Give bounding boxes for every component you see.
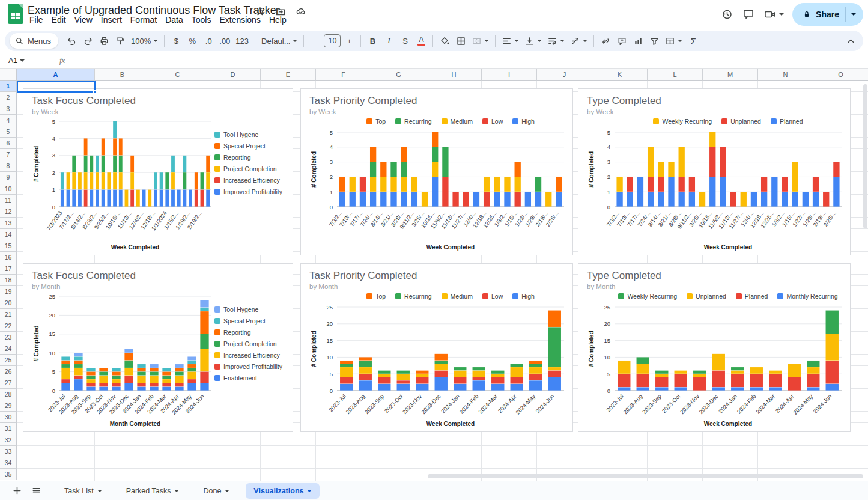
horizontal-scrollbar[interactable] (428, 474, 863, 478)
share-options-button[interactable] (846, 3, 863, 26)
functions-button[interactable]: Σ (685, 33, 701, 49)
row-header-12[interactable]: 12 (0, 206, 17, 218)
horizontal-align-button[interactable] (499, 33, 521, 49)
row-header-9[interactable]: 9 (0, 172, 17, 183)
text-rotation-button[interactable] (568, 33, 590, 49)
all-sheets-button[interactable] (28, 483, 44, 499)
meet-button[interactable] (763, 8, 784, 21)
row-header-22[interactable]: 22 (0, 320, 17, 332)
column-header-O[interactable]: O (813, 69, 868, 81)
row-header-16[interactable]: 16 (0, 252, 17, 263)
column-header-N[interactable]: N (758, 69, 813, 81)
fill-color-button[interactable] (437, 33, 452, 49)
row-header-17[interactable]: 17 (0, 263, 17, 275)
row-header-8[interactable]: 8 (0, 160, 17, 172)
column-header-B[interactable]: B (95, 69, 150, 81)
column-header-D[interactable]: D (205, 69, 261, 81)
menu-extensions[interactable]: Extensions (215, 14, 264, 26)
row-header-28[interactable]: 28 (0, 389, 17, 400)
row-header-15[interactable]: 15 (0, 240, 17, 252)
format-currency-button[interactable]: $ (168, 33, 184, 49)
row-header-35[interactable]: 35 (0, 469, 17, 480)
comments-button[interactable] (742, 8, 755, 21)
text-wrap-button[interactable] (545, 33, 567, 49)
row-header-6[interactable]: 6 (0, 138, 17, 149)
row-header-7[interactable]: 7 (0, 149, 17, 160)
chart-task-focus-by-month[interactable]: Task Focus Completed by Month 0510152025… (23, 263, 293, 432)
italic-button[interactable]: I (381, 33, 396, 49)
vertical-scrollbar[interactable] (863, 84, 867, 228)
table-views-button[interactable] (663, 33, 685, 49)
share-button[interactable]: Share (792, 3, 863, 26)
row-header-18[interactable]: 18 (0, 275, 17, 286)
column-header-G[interactable]: G (371, 69, 426, 81)
menu-help[interactable]: Help (265, 14, 291, 26)
row-header-32[interactable]: 32 (0, 434, 17, 446)
vertical-align-button[interactable] (522, 33, 544, 49)
column-header-K[interactable]: K (592, 69, 648, 81)
chart-type-by-week[interactable]: Type Completed by Week Weekly RecurringU… (578, 88, 851, 255)
font-size-input[interactable]: 10 (324, 34, 341, 47)
chart-task-focus-by-week[interactable]: Task Focus Completed by Week 0123457/3/2… (23, 88, 293, 255)
name-box[interactable]: A1 (0, 56, 52, 65)
menu-edit[interactable]: Edit (47, 14, 70, 26)
number-format-button[interactable]: 123 (233, 33, 251, 49)
create-filter-button[interactable] (646, 33, 662, 49)
meet-caret-icon[interactable] (779, 13, 784, 16)
column-header-M[interactable]: M (703, 69, 758, 81)
insert-chart-button[interactable] (630, 33, 646, 49)
chart-type-by-month[interactable]: Type Completed by Month Weekly Recurring… (578, 263, 851, 432)
increase-font-size-button[interactable]: + (341, 33, 357, 49)
column-header-A[interactable]: A (17, 69, 95, 81)
sheets-logo-icon[interactable] (8, 4, 23, 24)
print-button[interactable] (96, 33, 112, 49)
column-header-I[interactable]: I (482, 69, 537, 81)
zoom-select[interactable]: 100% (129, 33, 160, 49)
row-header-21[interactable]: 21 (0, 309, 17, 320)
row-header-4[interactable]: 4 (0, 115, 17, 126)
sheet-tab-done[interactable]: Done (195, 483, 237, 499)
redo-button[interactable] (80, 33, 96, 49)
cloud-status-icon[interactable] (296, 6, 306, 17)
menu-insert[interactable]: Insert (97, 14, 126, 26)
menu-format[interactable]: Format (126, 14, 161, 26)
decrease-font-size-button[interactable]: − (308, 33, 323, 49)
sheet-tab-visualizations[interactable]: Visualizations (246, 483, 320, 499)
row-header-29[interactable]: 29 (0, 400, 17, 412)
menu-tools[interactable]: Tools (187, 14, 216, 26)
strikethrough-button[interactable]: S (397, 33, 413, 49)
row-header-13[interactable]: 13 (0, 218, 17, 229)
row-header-19[interactable]: 19 (0, 286, 17, 297)
chart-task-priority-by-week[interactable]: Task Priority Completed by Week TopRecur… (300, 88, 573, 255)
row-header-10[interactable]: 10 (0, 183, 17, 195)
column-header-J[interactable]: J (537, 69, 592, 81)
row-header-5[interactable]: 5 (0, 126, 17, 138)
format-percent-button[interactable]: % (184, 33, 200, 49)
paint-format-button[interactable] (112, 33, 128, 49)
hide-toolbar-button[interactable] (843, 33, 858, 49)
decrease-decimal-button[interactable]: .0 (201, 33, 216, 49)
row-header-31[interactable]: 31 (0, 423, 17, 434)
row-header-33[interactable]: 33 (0, 446, 17, 457)
menu-view[interactable]: View (70, 14, 97, 26)
text-color-button[interactable]: A (413, 33, 429, 49)
row-header-24[interactable]: 24 (0, 343, 17, 355)
row-header-1[interactable]: 1 (0, 81, 17, 92)
bold-button[interactable]: B (365, 33, 380, 49)
column-header-L[interactable]: L (648, 69, 703, 81)
increase-decimal-button[interactable]: .00 (217, 33, 232, 49)
row-header-11[interactable]: 11 (0, 195, 17, 206)
undo-button[interactable] (64, 33, 79, 49)
row-header-20[interactable]: 20 (0, 297, 17, 309)
version-history-button[interactable] (720, 8, 733, 21)
row-header-25[interactable]: 25 (0, 355, 17, 366)
menu-file[interactable]: File (25, 14, 47, 26)
add-sheet-button[interactable] (8, 483, 25, 499)
column-header-C[interactable]: C (150, 69, 205, 81)
row-header-26[interactable]: 26 (0, 366, 17, 377)
row-header-14[interactable]: 14 (0, 229, 17, 240)
select-all-corner[interactable] (0, 69, 17, 81)
sheet-tab-task-list[interactable]: Task List (56, 483, 110, 499)
menu-data[interactable]: Data (161, 14, 187, 26)
row-header-34[interactable]: 34 (0, 457, 17, 469)
